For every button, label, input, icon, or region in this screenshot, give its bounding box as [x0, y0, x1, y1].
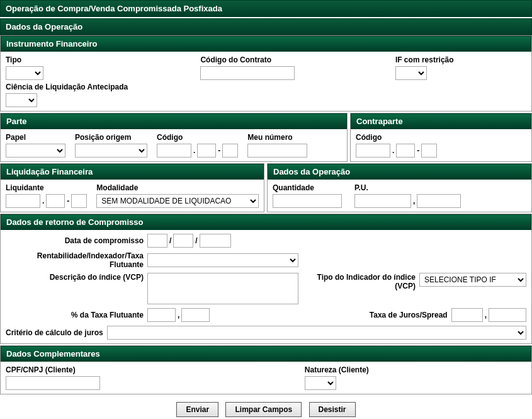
liquidante-label: Liquidante: [6, 183, 87, 192]
pct-taxa-b[interactable]: [181, 308, 210, 322]
if-restricao-select[interactable]: [395, 66, 427, 80]
pu-b[interactable]: [417, 194, 461, 208]
enviar-button[interactable]: Enviar: [176, 402, 218, 417]
sep-comma: ,: [412, 197, 416, 205]
rentabilidade-label: Rentabilidade/Indexador/Taxa Flutuante: [6, 251, 147, 269]
liquidante-c[interactable]: [71, 194, 87, 208]
sep-comma: ,: [177, 311, 180, 319]
sep-dash: -: [217, 146, 221, 155]
panel-complementares-title: Dados Complementares: [1, 346, 531, 362]
section-dados-operacao: Dados da Operação: [0, 18, 532, 35]
panel-parte: Parte Papel Posição origem Código: [0, 113, 348, 162]
rentabilidade-select[interactable]: [147, 253, 298, 267]
data-compromisso-label: Data de compromisso: [6, 236, 147, 245]
pct-taxa-a[interactable]: [147, 308, 176, 322]
cpf-input[interactable]: [6, 376, 100, 390]
contraparte-codigo-c[interactable]: [421, 144, 437, 158]
parte-codigo-a[interactable]: [157, 144, 191, 158]
taxa-juros-label: Taxa de Juros/Spread: [210, 311, 451, 319]
parte-codigo-label: Código: [157, 133, 238, 142]
panel-liquidacao: Liquidação Financeira Liquidante . -: [0, 163, 264, 212]
sep-slash: /: [169, 236, 172, 245]
sep-comma: ,: [484, 311, 487, 319]
taxa-juros-a[interactable]: [451, 308, 483, 322]
codigo-contrato-input[interactable]: [200, 66, 295, 80]
panel-contraparte-title: Contraparte: [351, 113, 531, 129]
descricao-indice-textarea[interactable]: [147, 273, 298, 304]
ciencia-label: Ciência de Liquidação Antecipada: [6, 83, 128, 91]
taxa-juros-b[interactable]: [489, 308, 526, 322]
panel-parte-title: Parte: [1, 113, 347, 129]
contraparte-codigo-a[interactable]: [356, 144, 390, 158]
panel-retorno-title: Dados de retorno de Compromisso: [1, 214, 531, 230]
panel-contraparte: Contraparte Código . -: [350, 113, 532, 162]
criterio-label: Critério de cálculo de juros: [6, 328, 103, 337]
modalidade-select[interactable]: SEM MODALIDADE DE LIQUIDACAO: [96, 194, 259, 208]
tipo-label: Tipo: [6, 55, 188, 64]
quantidade-input[interactable]: [273, 194, 342, 208]
panel-instrumento: Instrumento Financeiro Tipo Código do Co…: [0, 35, 532, 112]
liquidante-b[interactable]: [46, 194, 65, 208]
posicao-origem-label: Posição origem: [75, 133, 147, 142]
panel-dados-op2-title: Dados da Operação: [268, 164, 531, 180]
tipo-indicador-label: Tipo do Indicador do índice (VCP): [298, 273, 419, 290]
data-mm[interactable]: [173, 234, 193, 248]
natureza-label: Natureza (Cliente): [305, 365, 369, 374]
contraparte-codigo-b[interactable]: [396, 144, 415, 158]
posicao-origem-select[interactable]: [75, 144, 147, 158]
panel-dados-op2: Dados da Operação Quantidade P.U. ,: [267, 163, 532, 212]
sep-dot: .: [193, 146, 196, 155]
parte-codigo-c[interactable]: [222, 144, 238, 158]
pu-a[interactable]: [354, 194, 411, 208]
panel-liquidacao-title: Liquidação Financeira: [1, 164, 264, 180]
meu-numero-label: Meu número: [247, 133, 307, 142]
desistir-button[interactable]: Desistir: [309, 402, 356, 417]
sep-dot: .: [42, 197, 45, 205]
sep-dash: -: [416, 146, 420, 155]
pct-taxa-label: % da Taxa Flutuante: [6, 311, 147, 319]
tipo-select[interactable]: [6, 66, 43, 80]
parte-codigo-b[interactable]: [197, 144, 216, 158]
tipo-indicador-select[interactable]: SELECIONE TIPO IF: [419, 273, 526, 287]
data-dd[interactable]: [147, 234, 167, 248]
ciencia-select[interactable]: [6, 93, 37, 107]
codigo-contrato-label: Código do Contrato: [200, 55, 382, 64]
button-row: Enviar Limpar Campos Desistir: [0, 396, 532, 419]
papel-select[interactable]: [6, 144, 65, 158]
cpf-label: CPF/CNPJ (Cliente): [6, 365, 292, 374]
descricao-indice-label: Descrição do índice (VCP): [6, 273, 147, 282]
modalidade-label: Modalidade: [96, 183, 259, 192]
data-yyyy[interactable]: [200, 234, 231, 248]
natureza-select[interactable]: [305, 376, 336, 390]
meu-numero-input[interactable]: [247, 144, 307, 158]
criterio-select[interactable]: [107, 326, 526, 340]
limpar-button[interactable]: Limpar Campos: [225, 402, 302, 417]
pu-label: P.U.: [354, 183, 461, 192]
page-title: Operação de Compra/Venda Compromissada P…: [0, 0, 532, 17]
panel-retorno: Dados de retorno de Compromisso Data de …: [0, 214, 532, 344]
papel-label: Papel: [6, 133, 65, 142]
liquidante-a[interactable]: [6, 194, 40, 208]
sep-slash: /: [195, 236, 198, 245]
page: Operação de Compra/Venda Compromissada P…: [0, 0, 532, 419]
panel-instrumento-title: Instrumento Financeiro: [1, 36, 531, 52]
quantidade-label: Quantidade: [273, 183, 342, 192]
contraparte-codigo-label: Código: [356, 133, 514, 142]
sep-dash: -: [66, 197, 70, 205]
sep-dot: .: [392, 146, 395, 155]
panel-complementares: Dados Complementares CPF/CNPJ (Cliente) …: [0, 345, 532, 394]
if-restricao-label: IF com restrição: [395, 55, 454, 64]
